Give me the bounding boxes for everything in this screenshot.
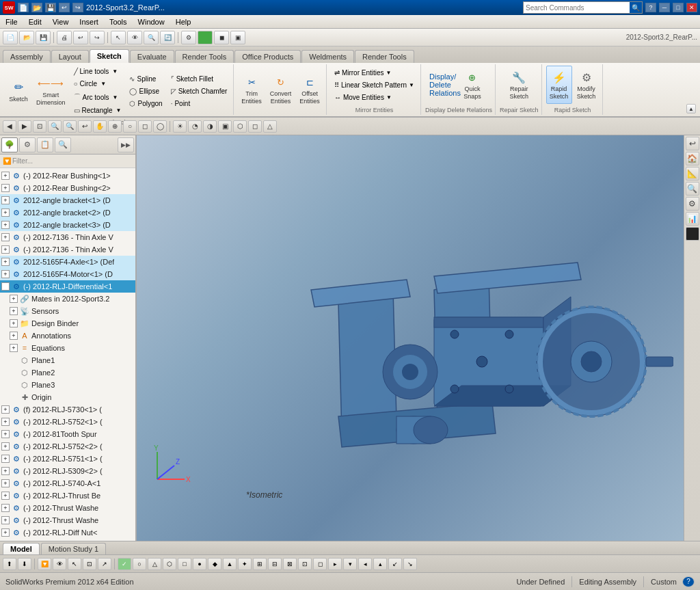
mirror-dropdown[interactable]: ▼ (386, 70, 392, 76)
tree-item-6[interactable]: +⚙(-) 2012-7136 - Thin Axle V (0, 231, 135, 243)
bc-toggle8[interactable]: ▲ (223, 558, 237, 570)
bc-toggle4[interactable]: ⬡ (163, 558, 176, 570)
tree-item-3[interactable]: +⚙2012-angle bracket<1> (D (0, 194, 135, 206)
section-view-btn[interactable]: ◻ (248, 120, 262, 133)
tree-item-18[interactable]: ⬡Plane3 (0, 379, 135, 391)
arc-button[interactable]: ⌒Arc tools▼ (70, 90, 125, 104)
bc-cursor[interactable]: ↖ (68, 558, 81, 570)
qa-zoom[interactable]: 🔍 (144, 31, 159, 44)
expand-btn-11[interactable]: + (10, 295, 18, 303)
bc-eye[interactable]: 👁 (53, 558, 66, 570)
circle-dropdown[interactable]: ▼ (100, 81, 106, 87)
qa-options2[interactable]: ◼ (214, 31, 229, 44)
lp-tab-properties[interactable]: ⚙ (19, 137, 36, 152)
tree-item-1[interactable]: +⚙(-) 2012-Rear Bushing<1> (0, 170, 135, 182)
expand-btn-29[interactable]: + (1, 516, 10, 524)
bc-toggle13[interactable]: ⊡ (298, 558, 312, 570)
close-btn[interactable]: ✕ (686, 3, 697, 12)
move-entities-button[interactable]: ↔Move Entities▼ (331, 92, 418, 103)
menu-view[interactable]: View (47, 15, 75, 28)
chamfer-button[interactable]: ◸Sketch Chamfer (167, 85, 231, 97)
linear-sketch-pattern-button[interactable]: ⠿Linear Sketch Pattern▼ (331, 79, 418, 91)
tree-item-4[interactable]: +⚙2012-angle bracket<2> (D (0, 206, 135, 219)
bc-toggle16[interactable]: ▾ (343, 558, 357, 570)
offset-entities-button[interactable]: ⊏ OffsetEntities (296, 70, 323, 109)
expand-btn-15[interactable]: + (10, 344, 18, 352)
sketch-button[interactable]: ✏ Sketch (5, 72, 31, 110)
curvature-btn[interactable]: ⬡ (233, 120, 247, 133)
expand-btn-20[interactable]: + (1, 405, 10, 414)
qa-options[interactable]: ⚙ (181, 31, 196, 44)
bc-toggle3[interactable]: △ (148, 558, 161, 570)
lp-tab-config[interactable]: 📋 (37, 137, 53, 152)
rectangle-button[interactable]: ▭Rectangle▼ (70, 105, 125, 116)
rp-settings[interactable]: ⚙ (686, 197, 699, 211)
open-btn[interactable]: 📂 (31, 3, 42, 12)
zoom-out-btn[interactable]: 🔍 (63, 120, 77, 133)
rp-measure[interactable]: 📐 (686, 167, 699, 180)
expand-btn-1[interactable]: + (1, 172, 10, 180)
tree-item-22[interactable]: +⚙(-) 2012-81Tooth Spur (0, 428, 135, 440)
help-btn[interactable]: ? (645, 3, 656, 12)
polygon-button[interactable]: ⬡Polygon (126, 98, 165, 109)
display-delete-relations-button[interactable]: Display/DeleteRelations (432, 66, 458, 104)
rotate-btn[interactable]: ↩ (78, 120, 92, 133)
point-button[interactable]: ·Point (167, 98, 231, 109)
lp-tab-search[interactable]: 🔍 (55, 137, 71, 152)
display-style-btn[interactable]: ◻ (138, 120, 152, 133)
menu-tools[interactable]: Tools (104, 15, 133, 28)
rp-home[interactable]: 🏠 (686, 152, 699, 165)
tree-item-11[interactable]: +🔗Mates in 2012-Sport3.2 (0, 293, 135, 305)
expand-btn-10[interactable]: + (1, 282, 10, 291)
bc-toggle6[interactable]: ● (193, 558, 206, 570)
expand-btn-3[interactable]: + (1, 196, 10, 204)
bc-toggle14[interactable]: ◻ (313, 558, 327, 570)
tree-item-13[interactable]: +📁Design Binder (0, 317, 135, 330)
expand-btn-30[interactable]: + (1, 528, 10, 537)
menu-help[interactable]: Help (170, 15, 197, 28)
quick-snaps-button[interactable]: ⊕ QuickSnaps (459, 66, 485, 104)
spline-button[interactable]: ∿Spline (126, 73, 165, 85)
bc-toggle19[interactable]: ↙ (388, 558, 402, 570)
viewport[interactable]: X Y Z *Isometric (137, 135, 684, 541)
tree-item-15[interactable]: +=Equations (0, 342, 135, 354)
fillet-button[interactable]: ⌜Sketch Fillet (167, 73, 231, 85)
qa-rotate[interactable]: 🔄 (160, 31, 175, 44)
rp-chart[interactable]: 📊 (686, 212, 699, 226)
line-dropdown[interactable]: ▼ (112, 68, 118, 75)
tree-item-20[interactable]: +⚙(f) 2012-RLJ-5730<1> ( (0, 403, 135, 416)
line-button[interactable]: ╱Line tools▼ (70, 66, 125, 77)
menu-insert[interactable]: Insert (74, 15, 104, 28)
status-help[interactable]: ? (682, 576, 695, 587)
expand-btn-22[interactable]: + (1, 430, 10, 438)
collapse-ribbon-btn[interactable]: ▲ (686, 104, 696, 113)
modify-sketch-button[interactable]: ⚙ ModifySketch (574, 66, 600, 104)
lighting-btn[interactable]: ☀ (173, 120, 187, 133)
tree-item-7[interactable]: +⚙(-) 2012-7136 - Thin Axle V (0, 243, 135, 256)
cameras-btn[interactable]: △ (263, 120, 277, 133)
search-container[interactable]: 🔍 (523, 1, 643, 14)
tree-item-21[interactable]: +⚙(-) 2012-RLJ-5752<1> ( (0, 416, 135, 428)
smart-dimension-button[interactable]: ⟵⟶ SmartDimension (33, 72, 69, 110)
tree-item-25[interactable]: +⚙(-) 2012-RLJ-5309<2> ( (0, 465, 135, 477)
qa-new[interactable]: 📄 (3, 31, 18, 44)
min-btn[interactable]: ─ (659, 3, 670, 12)
rapid-sketch-button[interactable]: ⚡ RapidSketch (546, 66, 572, 104)
tree-item-8[interactable]: +⚙2012-5165F4-Axle<1> (Def (0, 256, 135, 268)
expand-btn-8[interactable]: + (1, 258, 10, 266)
tab-office-products[interactable]: Office Products (234, 50, 301, 63)
undo-btn[interactable]: ↩ (59, 3, 70, 12)
bc-toggle15[interactable]: ▸ (328, 558, 342, 570)
expand-btn-13[interactable]: + (10, 319, 18, 327)
prev-view-btn[interactable]: ◀ (3, 120, 16, 133)
bc-toggle2[interactable]: ○ (133, 558, 146, 570)
tree-item-12[interactable]: +📡Sensors (0, 305, 135, 317)
bc-toggle7[interactable]: ◆ (208, 558, 221, 570)
tab-weldments[interactable]: Weldments (301, 50, 354, 63)
rp-black[interactable] (686, 227, 699, 241)
tree-item-10[interactable]: +⚙(-) 2012-RLJ-Differential<1 (0, 280, 135, 293)
expand-btn-27[interactable]: + (1, 492, 10, 500)
tree-item-31[interactable]: +⚙(-) 2012-RLJ-Belleville V (0, 539, 135, 541)
repair-sketch-button[interactable]: 🔧 RepairSketch (506, 66, 532, 104)
expand-btn-21[interactable]: + (1, 418, 10, 426)
